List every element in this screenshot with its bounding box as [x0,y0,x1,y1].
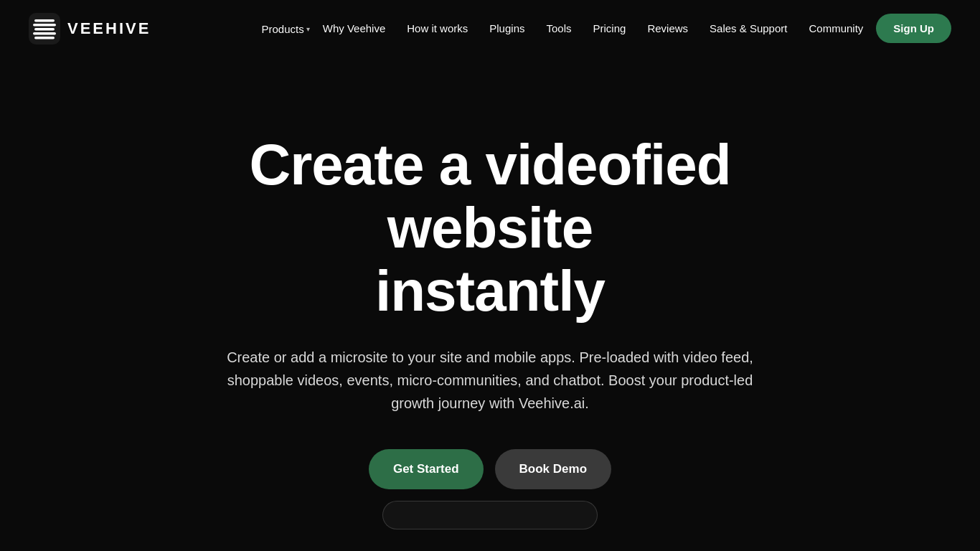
book-demo-button[interactable]: Book Demo [495,449,611,489]
svg-rect-3 [34,28,55,31]
logo-text: VEEHIVE [67,19,151,38]
svg-rect-5 [34,37,55,39]
nav-item-signup[interactable]: Sign Up [876,22,951,35]
nav-item-reviews[interactable]: Reviews [639,22,697,35]
nav-item-sales-support[interactable]: Sales & Support [701,22,796,35]
hero-title-line2: instantly [375,259,605,323]
nav-link-why-veehive[interactable]: Why Veehive [314,17,395,40]
nav-link-pricing[interactable]: Pricing [585,17,635,40]
logo-link[interactable]: VEEHIVE [29,13,151,44]
nav-link-signup[interactable]: Sign Up [876,14,951,43]
scroll-indicator [382,501,598,529]
chevron-down-icon: ▾ [306,25,310,33]
nav-menu: Products ▾ Why Veehive How it works Plug… [262,10,951,48]
hero-section: Create a videofied website instantly Cre… [0,57,980,551]
nav-link-sales-support[interactable]: Sales & Support [701,17,796,40]
hero-title-line1: Create a videofied website [249,133,730,260]
svg-rect-2 [33,24,56,27]
nav-link-tools[interactable]: Tools [537,17,580,40]
navbar: VEEHIVE Products ▾ Why Veehive How it wo… [0,0,980,57]
hero-subtitle: Create or add a microsite to your site a… [217,346,763,415]
nav-link-plugins[interactable]: Plugins [481,17,533,40]
nav-link-products[interactable]: Products ▾ [262,4,310,53]
nav-link-community[interactable]: Community [800,17,872,40]
hero-title: Create a videofied website instantly [167,133,813,323]
nav-link-reviews[interactable]: Reviews [639,17,697,40]
nav-item-how-it-works[interactable]: How it works [398,22,476,35]
nav-item-community[interactable]: Community [800,22,872,35]
hero-cta-group: Get Started Book Demo [369,449,611,489]
nav-item-products[interactable]: Products ▾ [262,10,310,48]
nav-item-plugins[interactable]: Plugins [481,22,533,35]
get-started-button[interactable]: Get Started [369,449,484,489]
nav-item-why-veehive[interactable]: Why Veehive [314,22,395,35]
nav-item-pricing[interactable]: Pricing [585,22,635,35]
svg-rect-4 [33,32,56,35]
svg-rect-1 [34,19,55,22]
nav-item-tools[interactable]: Tools [537,22,580,35]
nav-link-how-it-works[interactable]: How it works [398,17,476,40]
logo-icon [29,13,60,44]
